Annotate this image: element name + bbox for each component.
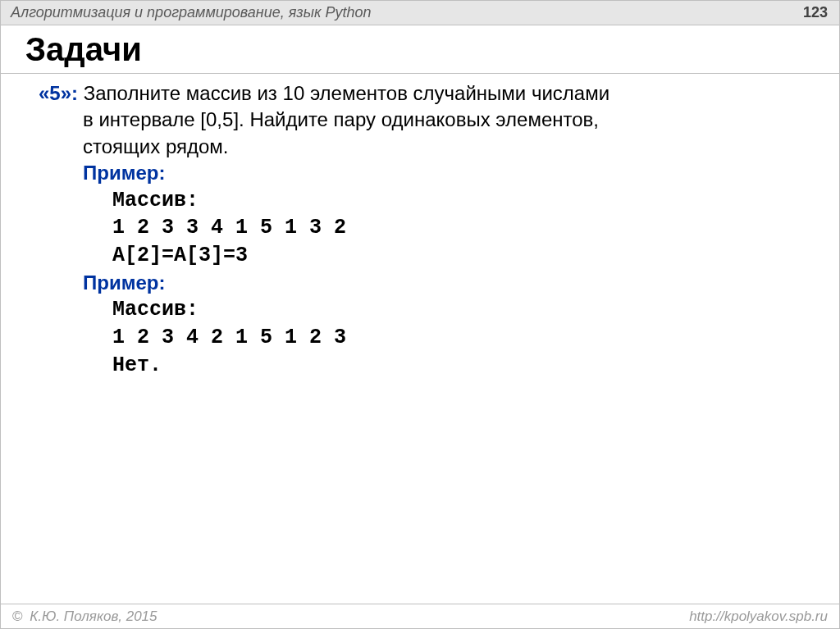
content: «5»: Заполните массив из 10 элементов сл… (1, 74, 839, 379)
example2-label: Пример: (39, 270, 801, 296)
example1-arr-values: 1 2 3 3 4 1 5 1 3 2 (39, 214, 801, 242)
example2-arr-label: Массив: (39, 296, 801, 324)
main-title: Задачи (1, 25, 839, 74)
example1-result: A[2]=A[3]=3 (39, 242, 801, 270)
grade-badge: «5»: (39, 82, 78, 104)
footer-left-text: К.Ю. Поляков, 2015 (30, 608, 157, 624)
task-text-2: в интервале [0,5]. Найдите пару одинаков… (39, 107, 801, 133)
footer-right: http://kpolyakov.spb.ru (689, 608, 828, 625)
copyright-icon: © (12, 608, 23, 624)
example2-result: Нет. (39, 352, 801, 380)
task-first-line: «5»: Заполните массив из 10 элементов сл… (39, 80, 801, 107)
example1-label: Пример: (39, 160, 801, 186)
footer-left: © К.Ю. Поляков, 2015 (12, 608, 158, 625)
slide: Алгоритмизация и программирование, язык … (0, 0, 840, 629)
page-number: 123 (803, 4, 828, 21)
task-text-3: стоящих рядом. (39, 134, 801, 160)
example-label-2: Пример: (83, 271, 165, 294)
header-title: Алгоритмизация и программирование, язык … (11, 4, 371, 21)
header-bar: Алгоритмизация и программирование, язык … (1, 1, 839, 25)
example-label-1: Пример: (83, 162, 165, 184)
example2-arr-values: 1 2 3 4 2 1 5 1 2 3 (39, 324, 801, 352)
footer: © К.Ю. Поляков, 2015 http://kpolyakov.sp… (1, 604, 839, 628)
task-text-1: Заполните массив из 10 элементов случайн… (84, 82, 609, 104)
example1-arr-label: Массив: (39, 187, 801, 215)
